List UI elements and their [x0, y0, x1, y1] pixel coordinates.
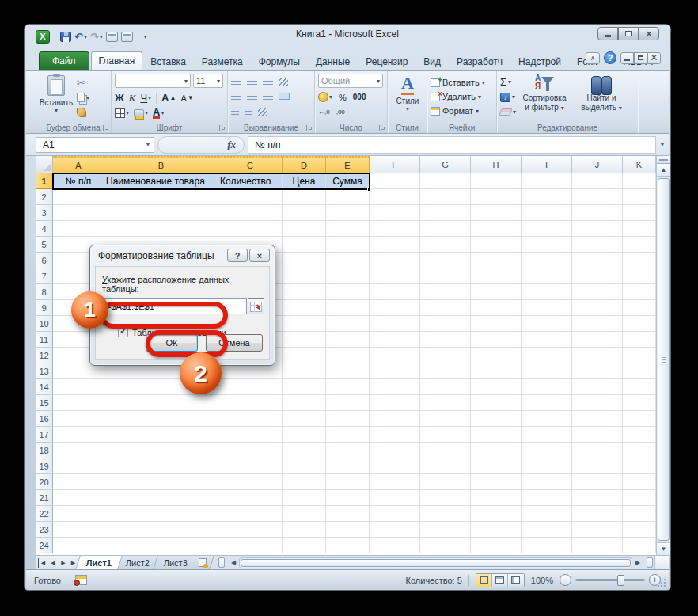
- cell-E21[interactable]: [326, 490, 370, 506]
- column-header-A[interactable]: A: [53, 156, 104, 173]
- cell-B16[interactable]: [104, 411, 218, 427]
- cell-D13[interactable]: [283, 363, 326, 379]
- collapse-ribbon-button[interactable]: ∧: [586, 52, 600, 64]
- cell-D22[interactable]: [283, 506, 326, 522]
- cell-D6[interactable]: [283, 253, 326, 268]
- cell-H22[interactable]: [471, 506, 522, 522]
- italic-button[interactable]: К: [129, 92, 136, 105]
- cell-I18[interactable]: [522, 443, 572, 458]
- cell-C15[interactable]: [218, 395, 283, 411]
- cell-H15[interactable]: [471, 395, 522, 411]
- tab-вставка[interactable]: Вставка: [142, 52, 194, 70]
- cell-J1[interactable]: [572, 173, 623, 189]
- cell-D1[interactable]: Цена: [283, 173, 326, 189]
- cell-G2[interactable]: [420, 189, 471, 205]
- grow-font-button[interactable]: А▲: [161, 92, 176, 104]
- vertical-split-handle[interactable]: [657, 156, 670, 164]
- column-header-I[interactable]: I: [522, 156, 572, 173]
- increase-decimal-button[interactable]: ←,0: [318, 109, 330, 116]
- find-select-button[interactable]: Найти и выделить ▾: [573, 74, 630, 119]
- cell-I23[interactable]: [522, 522, 572, 538]
- cell-J19[interactable]: [572, 458, 623, 474]
- cell-D7[interactable]: [283, 268, 326, 284]
- cell-E6[interactable]: [326, 253, 370, 268]
- cell-F14[interactable]: [370, 379, 420, 395]
- align-right-button[interactable]: [263, 93, 273, 100]
- cell-K24[interactable]: [623, 538, 656, 553]
- column-header-B[interactable]: B: [104, 156, 218, 173]
- tab-разметка[interactable]: Разметка: [194, 52, 251, 70]
- align-left-button[interactable]: [231, 93, 241, 100]
- increase-indent-button[interactable]: [245, 108, 252, 115]
- cell-A14[interactable]: [53, 379, 104, 395]
- cell-D4[interactable]: [283, 221, 326, 237]
- excel-logo-icon[interactable]: X: [36, 30, 50, 44]
- cell-G4[interactable]: [420, 221, 471, 237]
- merge-center-button[interactable]: [279, 93, 290, 100]
- column-header-J[interactable]: J: [572, 156, 623, 173]
- workbook-restore-button[interactable]: [634, 52, 647, 64]
- cell-B18[interactable]: [104, 443, 218, 458]
- cell-J21[interactable]: [572, 490, 623, 506]
- cell-D20[interactable]: [283, 474, 326, 490]
- undo-button[interactable]: ↶▾: [74, 31, 87, 43]
- page-layout-view-button[interactable]: [492, 574, 508, 587]
- cell-H8[interactable]: [471, 284, 522, 300]
- cell-G13[interactable]: [420, 363, 471, 379]
- name-box[interactable]: A1 ▼: [36, 137, 154, 153]
- cell-D16[interactable]: [283, 411, 326, 427]
- resize-grip[interactable]: [657, 578, 666, 587]
- cell-G14[interactable]: [420, 379, 471, 395]
- tab-file[interactable]: Файл: [39, 51, 89, 70]
- row-header-15[interactable]: 15: [36, 395, 53, 411]
- cell-D18[interactable]: [283, 443, 326, 458]
- cell-E5[interactable]: [326, 237, 370, 253]
- row-header-2[interactable]: 2: [36, 189, 53, 205]
- redo-button[interactable]: ↷▾: [90, 31, 103, 43]
- cell-C14[interactable]: [218, 379, 283, 395]
- fill-color-button[interactable]: ▾: [134, 109, 148, 117]
- sheet-tab-лист1[interactable]: Лист1: [75, 556, 123, 569]
- insert-cells-button[interactable]: Вставить▾: [431, 75, 493, 89]
- tab-split-handle[interactable]: [218, 557, 225, 568]
- cell-E23[interactable]: [326, 522, 370, 538]
- cell-G1[interactable]: [420, 173, 471, 189]
- row-header-3[interactable]: 3: [36, 205, 53, 221]
- cell-J16[interactable]: [572, 411, 623, 427]
- cell-B19[interactable]: [104, 458, 218, 474]
- first-sheet-button[interactable]: ◀: [38, 558, 47, 568]
- cell-J10[interactable]: [572, 316, 623, 332]
- scroll-up-button[interactable]: ▲: [657, 164, 670, 177]
- cell-I20[interactable]: [522, 474, 572, 490]
- cell-K2[interactable]: [623, 189, 656, 205]
- cell-B2[interactable]: [104, 189, 218, 205]
- cell-B20[interactable]: [104, 474, 218, 490]
- cell-A4[interactable]: [53, 221, 104, 237]
- cell-K16[interactable]: [623, 411, 656, 427]
- cell-K5[interactable]: [623, 237, 656, 253]
- tab-формулы[interactable]: Формулы: [251, 52, 308, 70]
- cell-I4[interactable]: [522, 221, 572, 237]
- row-header-13[interactable]: 13: [36, 363, 53, 379]
- cell-D17[interactable]: [283, 427, 326, 443]
- cell-K21[interactable]: [623, 490, 656, 506]
- cell-J18[interactable]: [572, 443, 623, 458]
- cell-K19[interactable]: [623, 458, 656, 474]
- cell-E20[interactable]: [326, 474, 370, 490]
- cell-A23[interactable]: [53, 522, 104, 538]
- cell-F5[interactable]: [370, 237, 420, 253]
- row-header-10[interactable]: 10: [36, 316, 53, 332]
- cell-C24[interactable]: [218, 538, 283, 553]
- cell-E1[interactable]: Сумма: [326, 173, 370, 189]
- cell-G22[interactable]: [420, 506, 471, 522]
- cell-H20[interactable]: [471, 474, 522, 490]
- borders-button[interactable]: ▾: [115, 108, 129, 118]
- cell-I17[interactable]: [522, 427, 572, 443]
- cell-F20[interactable]: [370, 474, 420, 490]
- sort-filter-button[interactable]: АЯ Сортировка и фильтр ▾: [516, 74, 573, 119]
- row-header-11[interactable]: 11: [36, 332, 53, 348]
- cell-F2[interactable]: [370, 189, 420, 205]
- cell-B17[interactable]: [104, 427, 218, 443]
- cell-J6[interactable]: [572, 253, 623, 268]
- cell-D14[interactable]: [283, 379, 326, 395]
